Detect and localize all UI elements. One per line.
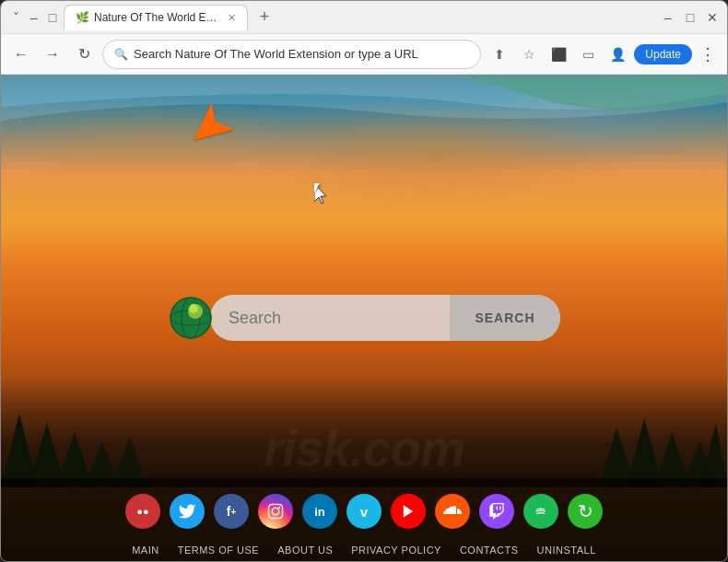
window-maximize-button[interactable]: □	[683, 10, 698, 25]
svg-marker-18	[404, 505, 414, 518]
extensions-icon[interactable]: ⬛	[546, 41, 571, 67]
new-tab-button[interactable]: +	[252, 5, 277, 30]
sidebar-icon[interactable]: ▭	[575, 41, 601, 67]
share-icon[interactable]: ⬆	[487, 41, 512, 67]
youtube-icon[interactable]	[391, 494, 426, 529]
svg-point-17	[278, 507, 280, 509]
window-close-button[interactable]: ✕	[705, 10, 720, 25]
facebook-icon[interactable]: f+	[214, 494, 249, 529]
minimize-button[interactable]: –	[27, 10, 41, 25]
watermark-logo: risk.com	[264, 419, 464, 478]
forward-button[interactable]: →	[40, 41, 65, 67]
linkedin-icon[interactable]: in	[302, 494, 337, 529]
search-section: SEARCH	[168, 295, 560, 341]
svg-point-16	[272, 508, 279, 515]
svg-point-10	[170, 298, 211, 338]
address-input[interactable]	[134, 47, 469, 61]
nav-link-terms[interactable]: TERMS OF USE	[178, 544, 260, 556]
refresh-button[interactable]: ↻	[71, 41, 97, 67]
bottom-bar: ●● f+ in v	[1, 478, 727, 561]
lock-icon: 🔍	[114, 48, 128, 61]
tab-close-button[interactable]: ✕	[228, 12, 236, 24]
back-button[interactable]: ←	[8, 41, 34, 67]
title-bar: ˅ – □ 🌿 Nature Of The World Extension ✕ …	[1, 1, 727, 34]
search-input-wrapper: SEARCH	[210, 295, 560, 341]
svg-point-14	[189, 304, 198, 313]
address-bar[interactable]: 🔍	[102, 40, 481, 69]
nav-actions: ⬆ ☆ ⬛ ▭ 👤 Update ⋮	[487, 41, 720, 67]
svg-rect-15	[269, 505, 283, 519]
tab-favicon: 🌿	[76, 11, 88, 24]
vimeo-icon[interactable]: v	[346, 494, 382, 529]
twitch-icon[interactable]	[479, 494, 514, 529]
browser-window: ˅ – □ 🌿 Nature Of The World Extension ✕ …	[0, 0, 728, 562]
tab-title: Nature Of The World Extension	[94, 11, 218, 24]
more-options-button[interactable]: ⋮	[696, 44, 720, 64]
nav-link-about[interactable]: ABOUT US	[277, 544, 333, 556]
nav-links-row: MAIN TERMS OF USE ABOUT US PRIVACY POLIC…	[1, 541, 727, 561]
search-button[interactable]: SEARCH	[450, 295, 560, 341]
nav-link-uninstall[interactable]: UNINSTALL	[537, 544, 596, 556]
active-tab[interactable]: 🌿 Nature Of The World Extension ✕	[64, 5, 248, 30]
wave-decoration	[1, 75, 727, 130]
instagram-icon[interactable]	[258, 494, 293, 529]
nav-link-main[interactable]: MAIN	[132, 544, 159, 556]
bookmark-icon[interactable]: ☆	[516, 41, 542, 67]
profile-icon[interactable]: 👤	[605, 41, 630, 67]
main-content: ➤	[1, 75, 727, 561]
social-icons-row: ●● f+ in v	[1, 478, 727, 541]
nav-link-privacy[interactable]: PRIVACY POLICY	[351, 544, 441, 556]
search-logo	[168, 295, 214, 341]
nav-bar: ← → ↻ 🔍 ⬆ ☆ ⬛ ▭ 👤 Update ⋮	[1, 34, 727, 75]
search-input[interactable]	[210, 295, 450, 341]
window-minimize-button[interactable]: –	[661, 10, 675, 25]
title-bar-controls: – □ ✕	[661, 10, 720, 25]
refresh-icon[interactable]: ↻	[568, 494, 603, 529]
spotify-icon[interactable]	[523, 494, 558, 529]
soundcloud-icon[interactable]	[435, 494, 470, 529]
twitter-icon[interactable]	[170, 494, 205, 529]
custom-icon[interactable]: ●●	[125, 494, 160, 529]
nav-link-contacts[interactable]: CONTACTS	[460, 544, 519, 556]
chevron-down-icon[interactable]: ˅	[8, 10, 23, 25]
update-button[interactable]: Update	[634, 44, 692, 64]
maximize-button[interactable]: □	[45, 10, 60, 25]
